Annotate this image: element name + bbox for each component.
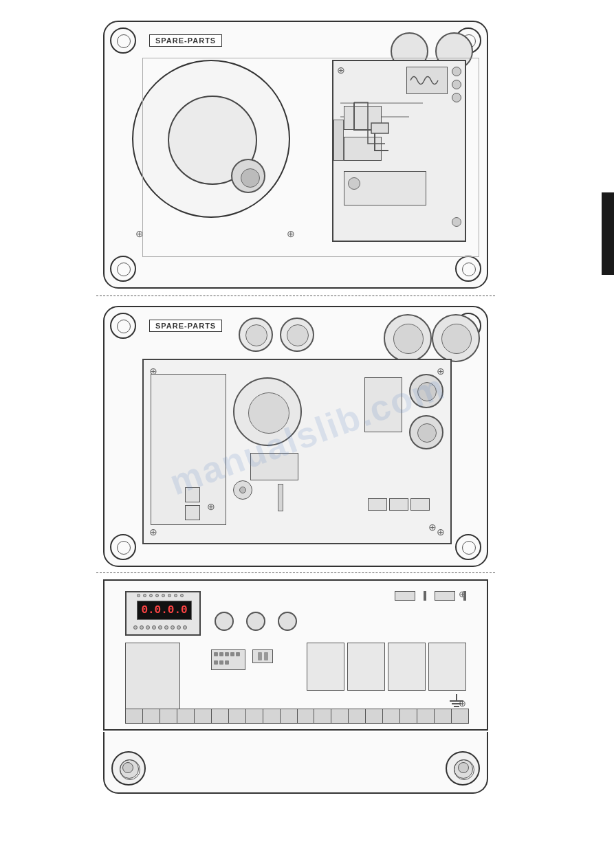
display-dots-row [133,625,195,631]
disp-dot-7 [171,625,175,630]
center-rect-mid [250,453,298,480]
cross-mid-6: ⊕ [428,522,437,533]
svg-rect-0 [371,123,388,133]
dashed-separator-2 [96,572,495,573]
strip-cell-10 [281,709,298,723]
transformer-symbol [407,67,447,93]
strip-cell-3 [160,709,177,723]
pin-7 [219,660,223,665]
bot-device-outline: ⊕ ⊕ ⊕ ⊕ 0.0.0.0 [103,579,488,731]
top-section: SPARE-PARTS ⊕ ⊕ [103,21,488,289]
cross-mid-3: ⊕ [149,526,157,537]
screw-1 [452,67,461,76]
strip-cell-11 [298,709,315,723]
digit-value: 0.0.0.0 [141,604,187,616]
page-container: manualslib.com SPARE-PARTS ⊕ ⊕ [0,0,614,868]
bot-block-2 [347,643,385,691]
cross-mark-2: ⊕ [287,228,295,239]
screw-terminals-top [452,67,461,102]
strip-cell-19 [435,709,452,723]
bot-left-rect [125,643,180,711]
small-connector-mid [278,484,283,511]
bottom-mount-section [103,732,488,797]
disp-dot-6 [164,625,168,630]
pin-3 [225,652,229,656]
strip-cell-17 [400,709,417,723]
top-device-outline: SPARE-PARTS ⊕ ⊕ [103,21,488,289]
small-conn-bot [252,649,273,663]
strip-cell-6 [212,709,229,723]
display-panel-bot: 0.0.0.0 [125,591,201,636]
small-squares-mid [185,487,200,520]
bot-connector-strip [125,709,469,724]
mount-inner-circle-left [122,762,133,773]
pin-8 [225,660,229,665]
corner-br-top [455,256,481,282]
disp-dot-9 [183,625,187,630]
disp-dot-4 [152,625,156,630]
bot-circles-row [215,612,297,631]
disp-dot-3 [146,625,150,630]
bot-right-comps [395,591,466,601]
strip-cell-14 [349,709,366,723]
corner-bl-mid [110,534,136,560]
mid-circle-lg2 [432,314,480,362]
strip-cell-5 [195,709,212,723]
right-circle-2 [409,415,443,449]
cross-mark-panel: ⊕ [337,65,345,76]
bot-rect-2 [435,591,455,601]
motor-inner-ring [168,96,257,185]
motor-shaft [231,159,265,193]
middle-section: SPARE-PARTS ⊕ ⊕ ⊕ ⊕ [103,306,488,567]
wiring-svg [333,96,402,178]
mount-inner-circle-right [458,762,469,773]
disp-dot-5 [158,625,162,630]
corner-tl-top [110,27,136,54]
strip-cell-4 [177,709,195,723]
mid-circle-sm2 [280,318,314,352]
pin-5 [236,652,240,656]
pin-1 [214,652,218,656]
strip-cell-12 [314,709,331,723]
bot-block-1 [307,643,344,691]
right-rect-mid [364,377,402,432]
motor-circle-top [132,60,290,218]
pin-4 [230,652,234,656]
mount-outer [103,732,488,794]
bot-circle-3 [278,612,297,631]
pin-6 [214,660,218,665]
ground-svg [448,694,465,709]
rotary-switch [233,480,252,500]
right-circle-1 [409,374,443,408]
mid-circle-lg1 [384,314,432,362]
strip-cell-1 [126,709,143,723]
bot-rect-1 [395,591,415,601]
strip-cell-20 [452,709,468,723]
strip-cell-13 [331,709,349,723]
bot-block-4 [428,643,466,691]
component-dot [452,217,461,227]
cross-mid-5: ⊕ [207,501,215,512]
screw-3 [452,93,461,102]
corner-bl-top [110,256,136,282]
7-segment-display: 0.0.0.0 [137,601,192,620]
bottom-section: ⊕ ⊕ ⊕ ⊕ 0.0.0.0 [103,579,488,751]
bot-circle-1 [215,612,234,631]
bot-mid-connector [211,649,245,670]
bot-circle-2 [246,612,265,631]
strip-cell-8 [246,709,263,723]
strip-cell-7 [229,709,246,723]
disp-dot-1 [133,625,138,630]
mid-device-outline: SPARE-PARTS ⊕ ⊕ ⊕ ⊕ [103,306,488,567]
strip-cell-16 [383,709,400,723]
transformer-top [406,67,448,94]
electronics-panel-top: ⊕ [332,60,466,242]
bot-right-conn-group: ⊕ [368,498,437,533]
screw-2 [452,80,461,89]
strip-cell-2 [143,709,160,723]
inner-board-mid: ⊕ ⊕ ⊕ ⊕ [142,359,452,544]
bot-block-3 [388,643,426,691]
strip-cell-9 [263,709,281,723]
strip-cell-15 [366,709,383,723]
corner-tl-mid [110,313,136,339]
